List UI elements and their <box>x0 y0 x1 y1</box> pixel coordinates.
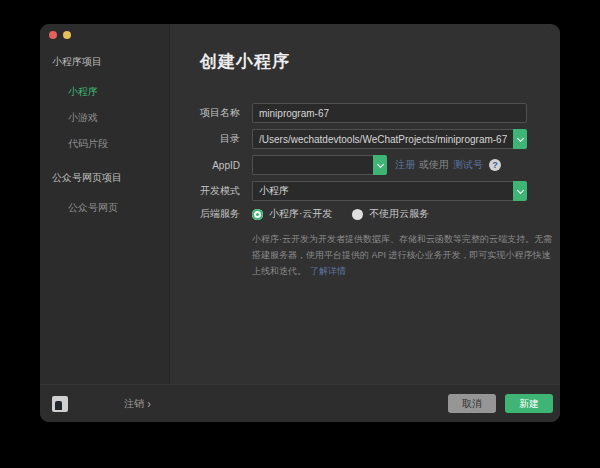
dev-mode-label: 开发模式 <box>200 184 240 198</box>
dev-mode-select <box>252 181 527 201</box>
directory-row: 目录 <box>200 129 560 149</box>
cancel-button[interactable]: 取消 <box>448 394 496 413</box>
directory-dropdown-button[interactable] <box>513 129 527 149</box>
chevron-right-icon: › <box>147 398 151 410</box>
logout-link[interactable]: 注销 › <box>124 397 151 411</box>
sidebar-item-miniprogram[interactable]: 小程序 <box>49 79 169 105</box>
avatar[interactable] <box>52 396 68 412</box>
chevron-down-icon <box>376 160 383 167</box>
register-link[interactable]: 注册 <box>395 158 415 172</box>
project-name-row: 项目名称 <box>200 103 560 123</box>
or-use-text: 或使用 <box>419 158 449 172</box>
sidebar-item-minigame[interactable]: 小游戏 <box>49 105 169 131</box>
help-icon[interactable]: ? <box>489 159 501 171</box>
footer-bar: 注销 › 取消 新建 <box>40 384 560 422</box>
appid-label: AppID <box>200 160 240 171</box>
backend-service-label: 后端服务 <box>200 207 240 221</box>
page-title: 创建小程序 <box>200 50 560 73</box>
sidebar-item-code-snippet[interactable]: 代码片段 <box>49 131 169 157</box>
sidebar-section-miniprogram-projects: 小程序项目 <box>52 55 164 69</box>
dev-mode-row: 开发模式 <box>200 181 560 201</box>
project-name-input[interactable] <box>252 103 527 123</box>
minimize-button[interactable] <box>63 31 71 39</box>
chevron-down-icon <box>516 134 523 141</box>
create-button[interactable]: 新建 <box>505 394 553 413</box>
desktop-background: 小程序项目 小程序 小游戏 代码片段 公众号网页项目 公众号网页 创建小程序 项… <box>0 0 600 468</box>
radio-no-cloud-label: 不使用云服务 <box>369 207 429 221</box>
description-text: 小程序·云开发为开发者提供数据库、存储和云函数等完整的云端支持。无需搭建服务器，… <box>252 234 552 276</box>
radio-selected-icon <box>252 209 263 220</box>
project-name-label: 项目名称 <box>200 106 240 120</box>
window-controls <box>49 31 169 39</box>
project-type-nav: 小程序项目 小程序 小游戏 代码片段 公众号网页项目 公众号网页 <box>49 55 169 221</box>
appid-input[interactable] <box>252 155 373 175</box>
avatar-image <box>55 401 62 410</box>
appid-select <box>252 155 387 175</box>
appid-row: AppID 注册 或使用 测试号 ? <box>200 155 560 175</box>
sidebar: 小程序项目 小程序 小游戏 代码片段 公众号网页项目 公众号网页 <box>40 24 170 384</box>
chevron-down-icon <box>516 186 523 193</box>
test-account-link[interactable]: 测试号 <box>453 158 483 172</box>
radio-unselected-icon <box>352 209 363 220</box>
main-panel: 创建小程序 项目名称 目录 AppID <box>170 24 560 384</box>
radio-option-no-cloud[interactable]: 不使用云服务 <box>352 207 429 221</box>
backend-service-row: 后端服务 小程序·云开发 不使用云服务 <box>200 207 560 221</box>
dev-mode-dropdown-button[interactable] <box>513 181 527 201</box>
logout-label: 注销 <box>124 397 144 411</box>
sidebar-section-official-account-projects: 公众号网页项目 <box>52 171 164 185</box>
directory-label: 目录 <box>200 132 240 146</box>
appid-dropdown-button[interactable] <box>373 155 387 175</box>
sidebar-item-official-account-web[interactable]: 公众号网页 <box>49 195 169 221</box>
directory-input[interactable] <box>252 129 513 149</box>
learn-more-link[interactable]: 了解详情 <box>310 266 346 276</box>
close-button[interactable] <box>49 31 57 39</box>
appid-helper-text: 注册 或使用 测试号 ? <box>395 158 501 172</box>
directory-select <box>252 129 527 149</box>
create-miniprogram-window: 小程序项目 小程序 小游戏 代码片段 公众号网页项目 公众号网页 创建小程序 项… <box>40 24 560 422</box>
dev-mode-input[interactable] <box>252 181 513 201</box>
radio-option-cloud-dev[interactable]: 小程序·云开发 <box>252 207 332 221</box>
cloud-dev-description: 小程序·云开发为开发者提供数据库、存储和云函数等完整的云端支持。无需搭建服务器，… <box>252 231 554 279</box>
radio-cloud-dev-label: 小程序·云开发 <box>269 207 332 221</box>
